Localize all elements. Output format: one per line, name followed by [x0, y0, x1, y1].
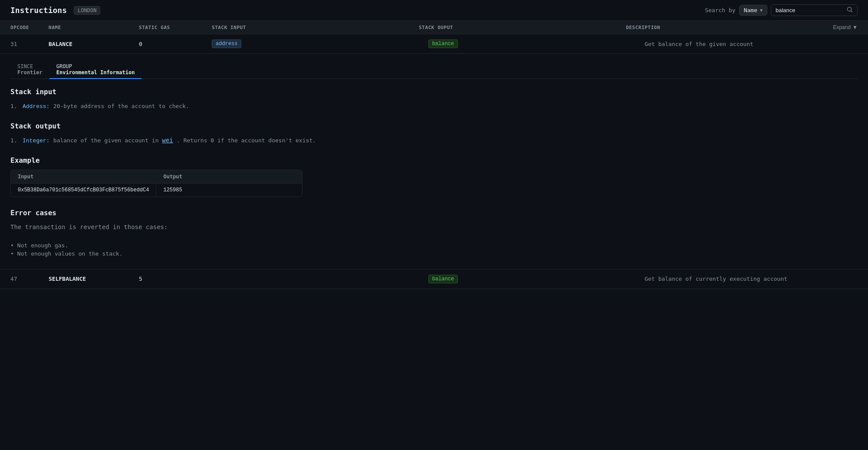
- cell-gas: 5: [139, 276, 208, 282]
- tab-since-label: SINCE: [17, 63, 43, 69]
- col-name: NAME: [49, 25, 135, 30]
- error-cases-list: Not enough gas. Not enough values on the…: [10, 242, 858, 257]
- col-description: DESCRIPTION: [626, 25, 829, 30]
- item-text-address: 20-byte address of the account to check.: [53, 103, 189, 109]
- example-table: Input Output 0x5B38Da6a701c568545dCfcB03…: [10, 170, 302, 197]
- item-text-integer: balance of the given account in: [53, 137, 162, 144]
- expand-button[interactable]: Expand ▼: [833, 24, 858, 30]
- search-dropdown[interactable]: Name ▼: [739, 5, 767, 16]
- page-title: Instructions: [10, 6, 67, 15]
- chevron-down-icon: ▼: [760, 8, 763, 13]
- item-label-integer: Integer:: [23, 138, 49, 144]
- stack-output-content: 1. Integer: balance of the given account…: [10, 135, 858, 146]
- cell-name: SELFBALANCE: [49, 276, 135, 282]
- example-table-row: 0x5B38Da6a701c568545dCfcB03FcB875f56bedd…: [11, 184, 302, 197]
- stack-input-title: Stack input: [10, 88, 858, 96]
- search-dropdown-label: Name: [744, 7, 757, 13]
- table-row[interactable]: 47 SELFBALANCE 5 balance Get balance of …: [0, 269, 868, 289]
- detail-panel: SINCE Frontier GROUP Environmental Infor…: [0, 54, 868, 269]
- cell-description: Get balance of the given account: [644, 41, 858, 47]
- col-opcode: OPCODE: [10, 25, 45, 30]
- example-title: Example: [10, 156, 858, 164]
- cell-opcode: 31: [10, 41, 45, 47]
- example-input-header: Input: [11, 170, 156, 183]
- error-case-1: Not enough gas.: [17, 242, 68, 249]
- tab-group[interactable]: GROUP Environmental Information: [49, 61, 142, 79]
- cell-stack-output: balance: [428, 39, 641, 48]
- list-item: Not enough values on the stack.: [10, 250, 858, 257]
- error-cases-title: Error cases: [10, 209, 858, 217]
- error-cases-content: The transaction is reverted in those cas…: [10, 222, 858, 232]
- item-num: 1.: [10, 136, 19, 145]
- stack-input-item-1: 1. Address: 20-byte address of the accou…: [10, 101, 858, 112]
- error-case-2: Not enough values on the stack.: [17, 250, 123, 257]
- error-cases-intro: The transaction is reverted in those cas…: [10, 222, 858, 232]
- detail-tabs: SINCE Frontier GROUP Environmental Infor…: [10, 61, 858, 79]
- item-num: 1.: [10, 102, 19, 111]
- cell-gas: 0: [139, 41, 208, 47]
- cell-name: BALANCE: [49, 41, 135, 47]
- example-output-value: 125985: [156, 184, 302, 197]
- search-area: Search by Name ▼: [705, 4, 858, 16]
- list-item: Not enough gas.: [10, 242, 858, 249]
- table-header: OPCODE NAME STATIC GAS STACK INPUT STACK…: [0, 21, 868, 34]
- wei-link[interactable]: wei: [162, 137, 173, 144]
- cell-opcode: 47: [10, 276, 45, 282]
- stack-output-title: Stack output: [10, 122, 858, 130]
- stack-output-tag: balance: [428, 275, 458, 283]
- cell-description: Get balance of currently executing accou…: [644, 276, 858, 282]
- cell-stack-output: balance: [428, 275, 641, 283]
- stack-output-item-1: 1. Integer: balance of the given account…: [10, 135, 858, 146]
- chevron-down-icon: ▼: [852, 24, 858, 30]
- stack-input-content: 1. Address: 20-byte address of the accou…: [10, 101, 858, 112]
- search-input[interactable]: [776, 7, 844, 13]
- example-table-header: Input Output: [11, 170, 302, 184]
- search-by-label: Search by: [705, 7, 735, 13]
- stack-output-tag: balance: [428, 39, 458, 48]
- example-input-value: 0x5B38Da6a701c568545dCfcB03FcB875f56bedd…: [11, 184, 156, 197]
- item-label-address: Address:: [23, 103, 49, 110]
- col-stack-output: STACK OUPUT: [419, 25, 622, 30]
- search-icon[interactable]: [847, 7, 853, 14]
- expand-label: Expand: [833, 24, 851, 30]
- col-stack-input: STACK INPUT: [212, 25, 415, 30]
- tab-group-label: GROUP: [56, 63, 135, 69]
- network-badge: LONDON: [74, 6, 100, 15]
- header: Instructions LONDON Search by Name ▼: [0, 0, 868, 21]
- search-input-wrapper: [771, 4, 858, 16]
- tab-since[interactable]: SINCE Frontier: [10, 61, 49, 79]
- stack-input-tag: address: [212, 39, 241, 48]
- example-output-header: Output: [156, 170, 302, 183]
- expand-button-wrapper: Expand ▼: [833, 24, 858, 30]
- item-text-integer2: . Returns 0 if the account doesn't exist…: [177, 137, 316, 144]
- tab-since-value: Frontier: [17, 69, 43, 76]
- col-gas: STATIC GAS: [139, 25, 208, 30]
- cell-stack-input: address: [212, 39, 425, 48]
- tab-group-value: Environmental Information: [56, 69, 135, 76]
- table-row[interactable]: 31 BALANCE 0 address balance Get balance…: [0, 34, 868, 54]
